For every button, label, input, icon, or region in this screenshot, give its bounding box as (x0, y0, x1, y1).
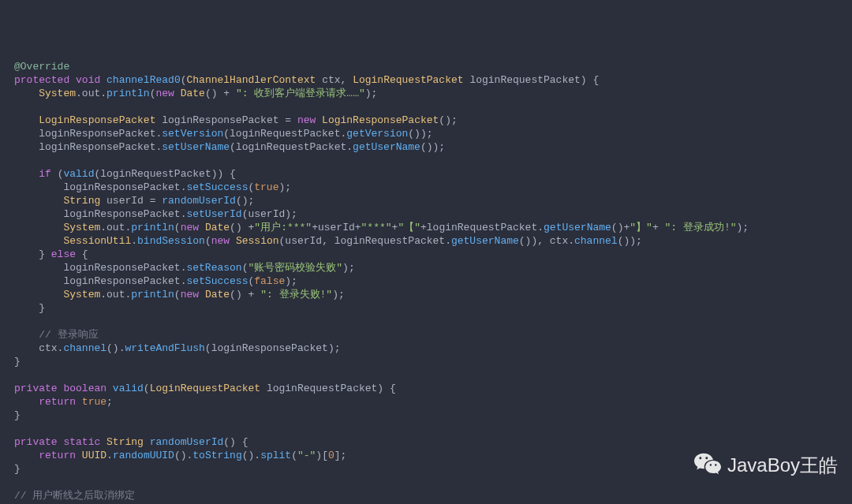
code-line[interactable]: loginResponsePacket.setSuccess(false); (14, 274, 852, 288)
watermark-text: JavaBoy王皓 (727, 458, 838, 472)
code-token: getUserName (451, 235, 519, 247)
code-token (106, 383, 113, 394)
code-line[interactable]: System.out.println(new Date() + ": 登录失败!… (14, 288, 852, 301)
code-line[interactable]: String userId = randomUserId(); (14, 194, 852, 207)
code-token: setReason (186, 262, 241, 274)
code-token: Date (205, 289, 230, 301)
code-token: new (181, 289, 199, 301)
code-token (14, 289, 63, 301)
code-token: (userId); (242, 208, 297, 220)
code-token: UUID (82, 450, 106, 461)
code-line[interactable]: loginResponsePacket.setUserId(userId); (14, 207, 852, 221)
code-token: LoginRequestPacket (150, 383, 260, 394)
code-token: true (254, 181, 278, 193)
code-line[interactable]: return true; (14, 395, 852, 409)
code-token: Date (205, 222, 230, 233)
code-token: ()); (408, 128, 432, 140)
code-line[interactable]: // 用户断线之后取消绑定 (14, 489, 852, 502)
code-token (199, 289, 205, 301)
code-token (144, 436, 150, 448)
code-line[interactable]: loginResponsePacket.setUserName(loginReq… (14, 140, 852, 154)
code-token: (loginRequestPacket. (223, 128, 346, 140)
code-token (76, 450, 82, 461)
code-token: // 用户断线之后取消绑定 (14, 490, 135, 502)
code-token: getVersion (346, 128, 408, 140)
code-token: ": 收到客户端登录请求……" (236, 88, 365, 99)
code-token: ( (291, 450, 297, 461)
code-token: LoginResponsePacket (322, 114, 439, 126)
code-token: randomUUID (113, 450, 174, 461)
code-token: ()+ (611, 222, 630, 233)
code-line[interactable]: protected void channelRead0(ChannelHandl… (14, 73, 852, 87)
code-line[interactable]: // 登录响应 (14, 328, 852, 342)
code-line[interactable]: LoginResponsePacket loginResponsePacket … (14, 114, 852, 127)
code-line[interactable] (14, 315, 852, 328)
code-token: . (106, 450, 113, 461)
code-token (14, 88, 39, 99)
code-line[interactable]: } (14, 301, 852, 315)
code-line[interactable] (14, 154, 852, 167)
code-token: else (51, 248, 76, 260)
code-token: loginResponsePacket. (14, 275, 186, 287)
code-token: println (131, 289, 174, 301)
code-token: .out. (76, 88, 106, 99)
code-token: loginResponsePacket. (14, 141, 162, 153)
code-line[interactable]: @Override (14, 60, 852, 73)
code-token: setSuccess (186, 181, 248, 193)
code-token: } (14, 356, 21, 368)
code-line[interactable]: System.out.println(new Date() +"用户:***"+… (14, 221, 852, 234)
code-token: } (14, 409, 21, 421)
code-token: return (39, 396, 76, 408)
code-token (14, 222, 63, 233)
code-token: loginResponsePacket. (14, 208, 186, 220)
code-line[interactable]: private boolean valid(LoginRequestPacket… (14, 382, 852, 395)
code-token: split (260, 450, 291, 461)
code-token: { (76, 248, 88, 260)
code-token: (); (236, 195, 254, 207)
code-line[interactable]: loginResponsePacket.setSuccess(true); (14, 181, 852, 194)
code-token: ( (144, 383, 150, 394)
code-token: System (39, 88, 76, 99)
code-token: System (63, 222, 100, 233)
code-line[interactable]: ctx.channel().writeAndFlush(loginRespons… (14, 342, 852, 355)
code-token: String (106, 436, 144, 448)
code-token: } (14, 248, 51, 260)
code-token: "账号密码校验失败" (248, 262, 342, 274)
code-token: bindSession (137, 235, 205, 247)
code-token: "用户:***" (254, 222, 312, 233)
code-line[interactable]: SessionUtil.bindSession(new Session(user… (14, 234, 852, 248)
code-line[interactable]: if (valid(loginRequestPacket)) { (14, 167, 852, 181)
code-line[interactable] (14, 368, 852, 382)
code-token: ); (332, 289, 345, 301)
code-token (14, 396, 39, 408)
code-token: +loginRequestPacket. (420, 222, 544, 233)
code-token: Session (236, 235, 279, 247)
code-line[interactable]: System.out.println(new Date() + ": 收到客户端… (14, 87, 852, 100)
code-line[interactable]: loginResponsePacket.setVersion(loginRequ… (14, 127, 852, 140)
code-token: setUserName (162, 141, 230, 153)
code-token: (). (106, 342, 125, 354)
code-editor[interactable]: @Overrideprotected void channelRead0(Cha… (14, 60, 852, 504)
code-line[interactable]: } (14, 409, 852, 422)
code-token: userId = (100, 195, 162, 207)
code-line[interactable]: } (14, 355, 852, 368)
code-token: boolean (63, 383, 106, 394)
code-line[interactable] (14, 100, 852, 114)
code-token (14, 450, 39, 461)
code-token: true (82, 396, 106, 408)
code-token: private (14, 436, 58, 448)
code-token: System (63, 289, 100, 301)
code-token: setUserId (186, 208, 241, 220)
code-line[interactable]: } else { (14, 248, 852, 261)
code-token: ]; (334, 450, 347, 461)
code-line[interactable]: loginResponsePacket.setReason("账号密码校验失败"… (14, 261, 852, 274)
code-token: setVersion (162, 128, 223, 140)
code-token: randomUserId (162, 195, 236, 207)
code-token: () { (223, 436, 248, 448)
code-token: .out. (100, 222, 131, 233)
code-line[interactable] (14, 422, 852, 435)
code-token: randomUserId (150, 436, 224, 448)
code-token (14, 114, 39, 126)
code-token: String (63, 195, 100, 207)
code-token: ( (181, 74, 187, 86)
